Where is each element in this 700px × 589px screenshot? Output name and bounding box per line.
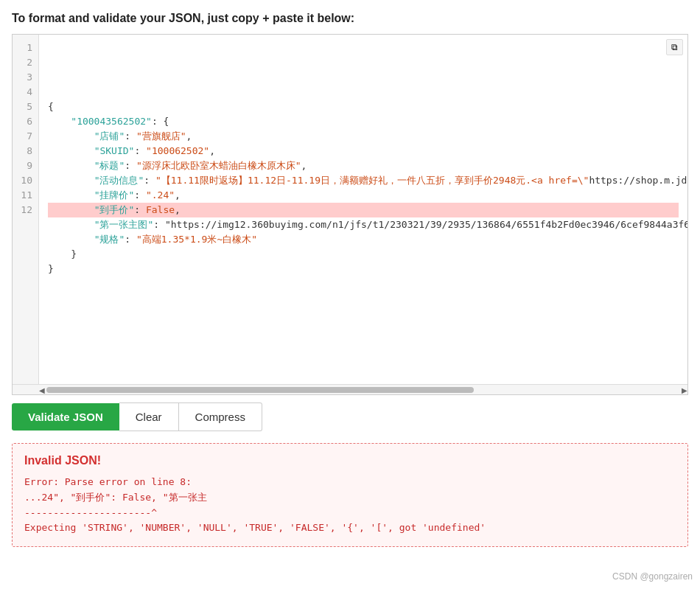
error-line-2: ...24", "到手价": False, "第一张主 bbox=[24, 490, 676, 506]
validate-json-button[interactable]: Validate JSON bbox=[12, 403, 119, 431]
error-line-3: ----------------------^ bbox=[24, 506, 676, 521]
scrollbar-thumb[interactable] bbox=[46, 387, 474, 393]
copy-button[interactable]: ⧉ bbox=[666, 39, 683, 55]
error-panel: Invalid JSON! Error: Parse error on line… bbox=[12, 443, 688, 547]
action-buttons: Validate JSON Clear Compress bbox=[12, 402, 688, 431]
scroll-right-icon[interactable]: ▶ bbox=[682, 386, 687, 394]
clear-button[interactable]: Clear bbox=[119, 402, 179, 431]
page-header: To format and validate your JSON, just c… bbox=[12, 12, 688, 25]
line-numbers: 123456789101112 bbox=[13, 35, 39, 384]
error-line-1: Error: Parse error on line 8: bbox=[24, 475, 676, 490]
error-body: Error: Parse error on line 8: ...24", "到… bbox=[24, 475, 676, 536]
error-title: Invalid JSON! bbox=[24, 454, 676, 467]
horizontal-scrollbar[interactable]: ◀ ▶ bbox=[13, 384, 687, 394]
code-area[interactable]: ⧉ { "100043562502": { "店铺": "营旗舰店", "SKU… bbox=[39, 35, 687, 384]
error-line-4: Expecting 'STRING', 'NUMBER', 'NULL', 'T… bbox=[24, 520, 676, 536]
json-editor: 123456789101112 ⧉ { "100043562502": { "店… bbox=[12, 34, 688, 395]
compress-button[interactable]: Compress bbox=[179, 402, 262, 431]
